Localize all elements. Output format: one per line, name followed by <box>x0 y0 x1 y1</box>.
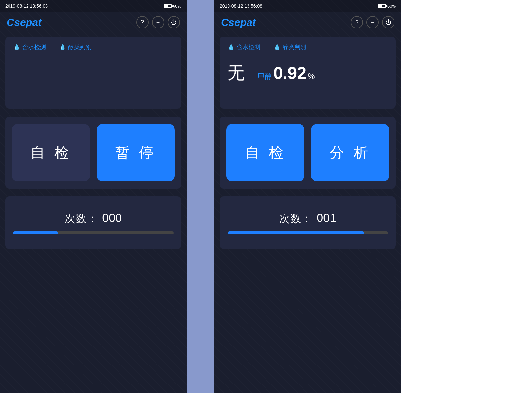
right-alcohol-number: 0.92 <box>273 63 306 83</box>
right-label-text-1: 含水检测 <box>237 43 260 51</box>
left-help-button[interactable]: ? <box>136 16 149 28</box>
left-header: Csepat ? − ⏻ <box>0 12 187 33</box>
right-help-button[interactable]: ? <box>351 16 363 28</box>
divider <box>187 0 214 393</box>
right-info-card: 💧 含水检测 💧 醇类判别 无 甲醇 0.92 % <box>220 37 396 109</box>
right-fenxi-button[interactable]: 分 析 <box>311 124 389 181</box>
right-water-value: 无 <box>228 62 245 84</box>
right-header: Csepat ? − ⏻ <box>214 12 401 33</box>
left-time: 2019-08-12 13:56:08 <box>5 3 48 9</box>
left-label-text-2: 醇类判别 <box>68 43 92 51</box>
right-count-card: 次数： 001 <box>220 196 396 249</box>
left-logo: Csepat <box>7 16 42 28</box>
left-labels-row: 💧 含水检测 💧 醇类判别 <box>13 43 174 51</box>
left-buttons-card: 自 检 暂 停 <box>5 117 181 189</box>
left-header-buttons: ? − ⏻ <box>136 16 180 28</box>
left-label-1: 💧 含水检测 <box>13 43 46 51</box>
left-power-button[interactable]: ⏻ <box>168 16 180 28</box>
right-labels-row: 💧 含水检测 💧 醇类判别 <box>228 43 388 51</box>
left-count-value: 000 <box>102 211 122 225</box>
right-drop-icon-2: 💧 <box>273 44 281 51</box>
right-minimize-button[interactable]: − <box>366 16 379 28</box>
right-power-button[interactable]: ⏻ <box>382 16 394 28</box>
left-status-bar: 2019-08-12 13:56:08 60% <box>0 0 187 12</box>
left-count-card: 次数： 000 <box>5 196 181 249</box>
right-header-buttons: ? − ⏻ <box>351 16 394 28</box>
left-drop-icon-1: 💧 <box>13 44 20 51</box>
right-buttons-card: 自 检 分 析 <box>220 117 396 189</box>
left-zanting-button[interactable]: 暂 停 <box>97 124 175 181</box>
right-label-2: 💧 醇类判别 <box>273 43 306 51</box>
right-values-row: 无 甲醇 0.92 % <box>228 62 388 84</box>
right-status-bar: 2019-08-12 13:56:08 60% <box>214 0 401 12</box>
right-label-text-2: 醇类判别 <box>283 43 306 51</box>
right-alcohol-type: 甲醇 <box>258 72 272 82</box>
left-label-text-1: 含水检测 <box>22 43 46 51</box>
right-battery-percent: 60% <box>387 4 396 9</box>
right-time: 2019-08-12 13:56:08 <box>220 3 262 9</box>
left-battery: 60% <box>164 4 181 9</box>
left-count-label: 次数： <box>65 213 98 224</box>
right-count-row: 次数： 001 <box>279 211 337 226</box>
right-count-label: 次数： <box>279 213 313 224</box>
right-battery-icon <box>378 4 386 8</box>
right-alcohol-value: 甲醇 0.92 % <box>258 63 315 83</box>
left-label-2: 💧 醇类判别 <box>59 43 92 51</box>
left-zijian-button[interactable]: 自 检 <box>12 124 90 181</box>
right-logo: Csepat <box>221 16 256 28</box>
right-zijian-button[interactable]: 自 检 <box>226 124 304 181</box>
left-progress-bar <box>13 231 174 234</box>
right-label-1: 💧 含水检测 <box>228 43 260 51</box>
left-progress-fill <box>13 231 58 234</box>
right-count-value: 001 <box>317 211 336 225</box>
right-progress-fill <box>228 231 364 234</box>
right-panel: 2019-08-12 13:56:08 60% Csepat ? − ⏻ 💧 含… <box>214 0 401 393</box>
right-battery: 60% <box>378 4 396 9</box>
left-battery-percent: 60% <box>173 4 181 9</box>
left-battery-icon <box>164 4 172 8</box>
left-count-row: 次数： 000 <box>65 211 122 226</box>
left-minimize-button[interactable]: − <box>152 16 164 28</box>
right-drop-icon-1: 💧 <box>228 44 235 51</box>
left-drop-icon-2: 💧 <box>59 44 66 51</box>
left-info-card: 💧 含水检测 💧 醇类判别 <box>5 37 181 109</box>
left-panel: 2019-08-12 13:56:08 60% Csepat ? − ⏻ 💧 含… <box>0 0 187 393</box>
right-progress-bar <box>228 231 388 234</box>
right-alcohol-unit: % <box>308 72 315 81</box>
